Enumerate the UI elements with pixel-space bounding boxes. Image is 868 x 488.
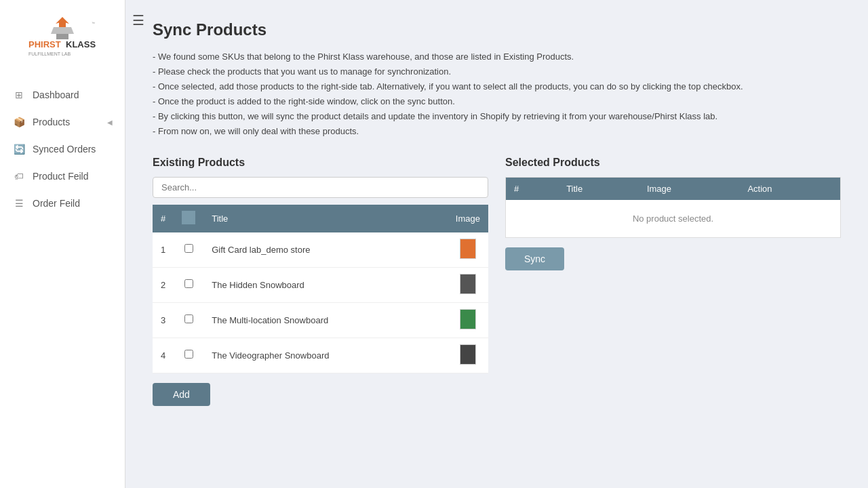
table-row: 4 The Videographer Snowboard — [153, 338, 488, 373]
col-hash: # — [153, 205, 174, 232]
logo-area: PHIRST KLASS FULFILLMENT LAB ™ — [25, 7, 100, 75]
table-row: 2 The Hidden Snowboard — [153, 267, 488, 302]
sidebar-item-products[interactable]: 📦 Products ◀ — [0, 108, 125, 136]
row-image — [448, 232, 488, 268]
add-button[interactable]: Add — [153, 383, 210, 406]
table-header-row: # Title Image — [153, 205, 488, 232]
row-checkbox-cell[interactable] — [174, 302, 203, 338]
row-num: 2 — [153, 267, 174, 302]
content-row: Existing Products # Title Image 1 — [153, 157, 841, 406]
list-icon: ☰ — [12, 197, 26, 210]
row-image — [448, 338, 488, 373]
instruction-line-2: - Please check the products that you wan… — [153, 64, 841, 79]
product-thumbnail — [460, 309, 476, 329]
col-check — [174, 205, 203, 232]
row-title: The Hidden Snowboard — [203, 267, 448, 302]
nav-menu: ⊞ Dashboard 📦 Products ◀ 🔄 Synced Orders… — [0, 81, 125, 217]
selected-products-panel: Selected Products # Title Image Action N… — [505, 157, 841, 270]
page-title: Sync Products — [153, 20, 841, 39]
col-title: Title — [203, 205, 448, 232]
logo: PHIRST KLASS FULFILLMENT LAB ™ — [25, 14, 100, 61]
sidebar-item-order-feild[interactable]: ☰ Order Feild — [0, 190, 125, 217]
selected-header-row: # Title Image Action — [506, 178, 840, 200]
instruction-line-4: - Once the product is added to the right… — [153, 94, 841, 109]
row-checkbox-cell[interactable] — [174, 267, 203, 302]
svg-text:PHIRST: PHIRST — [28, 39, 61, 49]
sidebar: PHIRST KLASS FULFILLMENT LAB ™ ⊞ Dashboa… — [0, 0, 125, 488]
selected-products-table: # Title Image Action — [506, 178, 840, 200]
row-title: The Videographer Snowboard — [203, 338, 448, 373]
row-num: 3 — [153, 302, 174, 338]
sync-button[interactable]: Sync — [505, 247, 564, 270]
product-thumbnail — [460, 344, 476, 365]
row-image — [448, 267, 488, 302]
row-checkbox[interactable] — [184, 350, 193, 359]
product-thumbnail — [460, 274, 476, 294]
table-row: 1 Gift Card lab_demo store — [153, 232, 488, 268]
svg-rect-6 — [56, 34, 68, 39]
row-title: The Multi-location Snowboard — [203, 302, 448, 338]
row-checkbox[interactable] — [184, 314, 193, 323]
row-checkbox-cell[interactable] — [174, 232, 203, 268]
existing-products-title: Existing Products — [153, 157, 488, 169]
svg-marker-5 — [51, 27, 74, 34]
svg-text:FULFILLMENT LAB: FULFILLMENT LAB — [28, 52, 71, 56]
selected-products-title: Selected Products — [505, 157, 841, 169]
selected-table-wrap: # Title Image Action No product selected… — [505, 177, 841, 238]
sel-col-action: Action — [739, 178, 840, 200]
col-image: Image — [448, 205, 488, 232]
product-thumbnail — [460, 239, 476, 259]
row-checkbox[interactable] — [184, 244, 193, 253]
sync-icon: 🔄 — [12, 142, 26, 156]
select-all-checkbox[interactable] — [182, 211, 195, 224]
search-input[interactable] — [153, 177, 488, 198]
hamburger-button[interactable]: ☰ — [132, 12, 144, 28]
existing-products-table: # Title Image 1 Gift Card lab_demo store — [153, 205, 488, 373]
instruction-line-5: - By clicking this button, we will sync … — [153, 109, 841, 124]
main-content: ☰ Sync Products - We found some SKUs tha… — [125, 0, 868, 488]
svg-text:™: ™ — [92, 21, 95, 25]
chevron-icon: ◀ — [107, 119, 113, 126]
existing-products-body: 1 Gift Card lab_demo store 2 The Hidden … — [153, 232, 488, 373]
sidebar-item-synced-orders[interactable]: 🔄 Synced Orders — [0, 136, 125, 163]
svg-text:KLASS: KLASS — [66, 39, 96, 49]
row-num: 1 — [153, 232, 174, 268]
row-checkbox[interactable] — [184, 279, 193, 288]
no-product-message: No product selected. — [506, 200, 840, 237]
existing-products-panel: Existing Products # Title Image 1 — [153, 157, 488, 406]
row-num: 4 — [153, 338, 174, 373]
sel-col-hash: # — [506, 178, 558, 200]
instruction-line-6: - From now on, we will only deal with th… — [153, 124, 841, 139]
instructions-block: - We found some SKUs that belong to the … — [153, 49, 841, 140]
sel-col-title: Title — [558, 178, 639, 200]
row-checkbox-cell[interactable] — [174, 338, 203, 373]
sidebar-item-dashboard[interactable]: ⊞ Dashboard — [0, 81, 125, 108]
table-row: 3 The Multi-location Snowboard — [153, 302, 488, 338]
instruction-line-3: - Once selected, add those products to t… — [153, 79, 841, 94]
row-image — [448, 302, 488, 338]
instruction-line-1: - We found some SKUs that belong to the … — [153, 49, 841, 64]
row-title: Gift Card lab_demo store — [203, 232, 448, 268]
tag-icon: 🏷 — [12, 169, 26, 183]
sel-col-image: Image — [639, 178, 740, 200]
box-icon: 📦 — [12, 115, 26, 129]
grid-icon: ⊞ — [12, 88, 26, 102]
sidebar-item-product-feild[interactable]: 🏷 Product Feild — [0, 163, 125, 190]
